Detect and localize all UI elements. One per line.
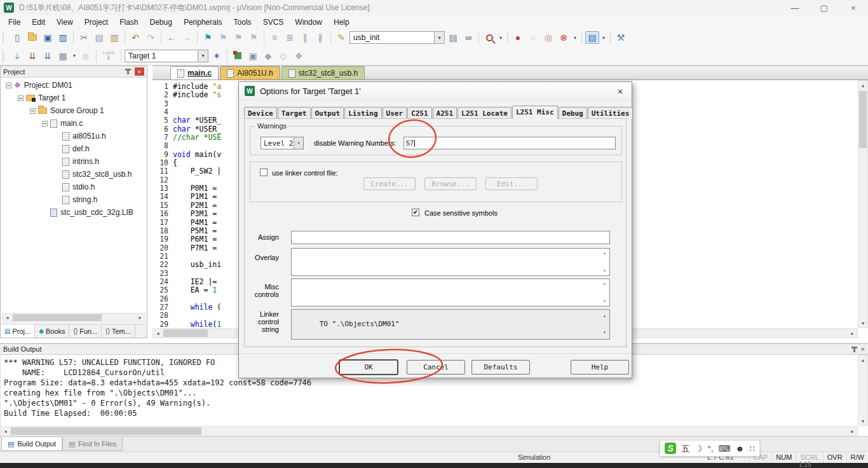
ok-button[interactable]: OK bbox=[339, 360, 398, 375]
menu-edit[interactable]: Edit bbox=[26, 17, 51, 28]
use-linker-file-checkbox[interactable] bbox=[260, 169, 268, 176]
chevron-down-icon[interactable]: ▾ bbox=[198, 50, 208, 62]
pin-icon[interactable] bbox=[127, 69, 129, 74]
tree-expander-icon[interactable] bbox=[6, 83, 11, 88]
tree-item[interactable]: Source Group 1 bbox=[1, 104, 147, 117]
scroll-down-icon[interactable] bbox=[858, 319, 867, 327]
batch-build-icon-dropdown[interactable]: ▾ bbox=[71, 53, 78, 59]
menu-tools[interactable]: Tools bbox=[228, 17, 257, 28]
save-all-icon[interactable]: ▥ bbox=[56, 31, 70, 44]
tab-find-in-files[interactable]: ▤Find In Files bbox=[62, 437, 123, 451]
build-output-close-icon[interactable]: × bbox=[861, 345, 865, 353]
unindent-icon[interactable]: ≡ bbox=[268, 31, 281, 44]
paste-icon[interactable]: ▥ bbox=[107, 31, 121, 44]
case-sensitive-checkbox[interactable]: ✔ bbox=[412, 209, 419, 216]
breakpoint-kill-icon[interactable]: ⊗ bbox=[557, 31, 571, 44]
configure-icon[interactable]: ⚒ bbox=[614, 31, 628, 44]
person-icon[interactable]: ☻ bbox=[736, 444, 745, 453]
scroll-up-icon[interactable] bbox=[858, 355, 867, 364]
indent-icon[interactable]: ≣ bbox=[283, 31, 297, 44]
download-icon[interactable]: LOAD⇓ bbox=[100, 51, 118, 61]
open-folder-icon[interactable] bbox=[25, 31, 39, 44]
scroll-thumb[interactable] bbox=[11, 427, 201, 435]
scroll-thumb[interactable] bbox=[13, 314, 102, 321]
uncomment-icon[interactable]: ∦ bbox=[313, 31, 327, 44]
tree-item[interactable]: Target 1 bbox=[1, 92, 147, 104]
scroll-up-icon[interactable] bbox=[604, 251, 606, 256]
bookmark-clear-icon[interactable]: ⚑ bbox=[247, 31, 261, 44]
tree-item[interactable]: stdio.h bbox=[1, 181, 147, 193]
bookmark-prev-icon[interactable]: ⚑ bbox=[216, 31, 230, 44]
save-icon[interactable]: ▣ bbox=[41, 31, 55, 44]
dialog-close-icon[interactable]: × bbox=[614, 86, 626, 97]
menu-project[interactable]: Project bbox=[79, 17, 114, 28]
menu-view[interactable]: View bbox=[51, 17, 79, 28]
scroll-down-icon[interactable] bbox=[603, 328, 606, 337]
browse-button[interactable]: Browse... bbox=[424, 177, 477, 190]
menu-peripherals[interactable]: Peripherals bbox=[178, 17, 228, 28]
scroll-up-icon[interactable] bbox=[858, 81, 867, 90]
sogou-logo-icon[interactable]: S bbox=[665, 443, 676, 454]
reference-search-icon-dropdown[interactable]: ▾ bbox=[498, 35, 504, 41]
dialog-tab-output[interactable]: Output bbox=[311, 107, 344, 119]
misc-controls-textarea[interactable] bbox=[291, 279, 610, 306]
breakpoint-insert-icon[interactable]: ● bbox=[511, 31, 525, 44]
scroll-left-icon[interactable] bbox=[3, 313, 12, 322]
scroll-left-icon[interactable] bbox=[153, 329, 163, 338]
chevron-down-icon[interactable]: ▾ bbox=[434, 32, 444, 43]
menu-help[interactable]: Help bbox=[328, 17, 355, 28]
undo-icon[interactable]: ↶ bbox=[128, 31, 142, 44]
pack-installer-icon[interactable]: ❖ bbox=[292, 50, 306, 62]
window-layout-icon[interactable]: ▤ bbox=[585, 31, 599, 44]
editor-tab-ai8051u.h[interactable]: AI8051U.h bbox=[220, 66, 280, 79]
assign-input[interactable] bbox=[291, 231, 610, 244]
tree-item[interactable]: stc32_stc8_usb.h bbox=[1, 168, 147, 181]
tree-item[interactable]: string.h bbox=[1, 193, 147, 206]
close-button[interactable]: × bbox=[839, 0, 868, 15]
scroll-down-icon[interactable] bbox=[858, 416, 867, 425]
tree-item[interactable]: ai8051u.h bbox=[1, 130, 147, 142]
nav-forward-icon[interactable]: → bbox=[180, 31, 194, 44]
tree-item[interactable]: stc_usb_cdc_32g.LIB bbox=[1, 206, 147, 219]
window-layout-icon-dropdown[interactable]: ▾ bbox=[600, 35, 607, 41]
disable-warning-input[interactable]: 57 bbox=[403, 137, 616, 149]
soft-keyboard-icon[interactable]: ⌨ bbox=[719, 444, 731, 453]
editor-tab-main.c[interactable]: main.c bbox=[170, 66, 219, 79]
batch-build-icon[interactable]: ▦ bbox=[56, 50, 70, 62]
chevron-down-icon[interactable]: ▾ bbox=[294, 137, 303, 149]
overlay-textarea[interactable] bbox=[291, 248, 610, 276]
tree-expander-icon[interactable] bbox=[42, 121, 48, 127]
scroll-thumb[interactable] bbox=[163, 329, 208, 337]
project-panel-close-icon[interactable]: × bbox=[135, 67, 144, 76]
menu-flash[interactable]: Flash bbox=[114, 17, 144, 28]
help-button[interactable]: Help bbox=[571, 360, 629, 375]
build-output-vscrollbar[interactable] bbox=[858, 355, 868, 426]
dialog-tab-l251-misc[interactable]: L251 Misc bbox=[512, 106, 558, 119]
dialog-tab-a251[interactable]: A251 bbox=[433, 107, 458, 119]
tree-item[interactable]: def.h bbox=[1, 142, 147, 155]
defaults-button[interactable]: Defaults bbox=[471, 360, 530, 375]
wubi-mode-icon[interactable]: 五 bbox=[681, 444, 689, 453]
project-hscrollbar[interactable] bbox=[2, 313, 146, 322]
dialog-tab-device[interactable]: Device bbox=[244, 107, 277, 119]
menu-file[interactable]: File bbox=[3, 17, 26, 28]
find-in-files-icon[interactable]: ▤ bbox=[446, 31, 460, 44]
night-mode-icon[interactable]: ☽ bbox=[695, 444, 703, 453]
punctuation-icon[interactable]: °, bbox=[708, 444, 714, 453]
breakpoint-kill-icon-dropdown[interactable]: ▾ bbox=[572, 35, 578, 41]
scroll-thumb[interactable] bbox=[859, 91, 867, 148]
scroll-down-icon[interactable] bbox=[604, 299, 606, 304]
comment-icon[interactable]: ∥ bbox=[298, 31, 312, 44]
build-output-hscrollbar[interactable] bbox=[0, 426, 858, 436]
redo-icon[interactable]: ↷ bbox=[144, 31, 158, 44]
scroll-right-icon[interactable] bbox=[848, 427, 857, 436]
tab-functions[interactable]: {}Fun... bbox=[69, 324, 102, 338]
breakpoint-enable-icon[interactable]: ◎ bbox=[541, 31, 555, 44]
reference-search-icon[interactable] bbox=[482, 31, 496, 44]
new-file-icon[interactable]: ▯ bbox=[10, 31, 24, 44]
packs-icon[interactable]: ◇ bbox=[276, 50, 290, 62]
cancel-button[interactable]: Cancel bbox=[407, 360, 465, 375]
bookmark-toggle-icon[interactable]: ⚑ bbox=[201, 31, 215, 44]
stop-build-icon[interactable]: ◼ bbox=[79, 50, 93, 62]
dialog-tab-utilities[interactable]: Utilities bbox=[588, 107, 634, 119]
